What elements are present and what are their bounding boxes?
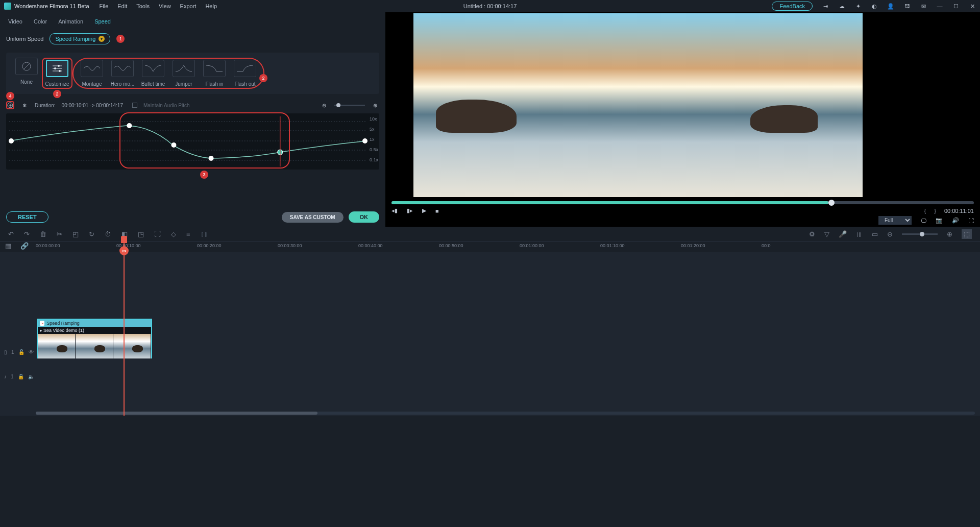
maximize-icon[interactable]: ☐ — [952, 3, 960, 10]
mic-icon[interactable]: 🎤 — [839, 230, 847, 238]
timeline-range-right[interactable]: } — [934, 208, 936, 214]
menu-edit[interactable]: Edit — [117, 3, 127, 9]
preview-time: 00:00:11:01 — [944, 208, 974, 214]
add-keyframe-button[interactable]: 4 — [6, 101, 14, 109]
audio-track-icon: ♪ — [4, 374, 7, 379]
tab-video[interactable]: Video — [8, 18, 22, 25]
expand-icon[interactable]: ⛶ — [154, 230, 161, 238]
ramp-badge-icon: ~ — [40, 321, 44, 326]
snapshot-icon[interactable]: 📷 — [936, 217, 943, 224]
snowflake-icon[interactable]: ❄ — [20, 101, 29, 109]
timeline-zoom-slider[interactable] — [902, 233, 938, 235]
cloud-icon[interactable]: ☁ — [838, 3, 845, 10]
sparkle-icon[interactable]: ✦ — [854, 3, 862, 10]
stop-icon[interactable]: ■ — [435, 208, 439, 214]
minimize-icon[interactable]: — — [936, 3, 943, 10]
graph-highlight-box — [119, 112, 290, 169]
subtab-ramping[interactable]: Speed Ramping ▾ — [50, 33, 110, 44]
preset-none[interactable]: None — [11, 58, 42, 89]
maintain-pitch-checkbox[interactable] — [132, 103, 137, 108]
gear-icon[interactable]: ⚙ — [809, 230, 815, 238]
export-icon[interactable]: ⇥ — [822, 3, 829, 10]
undo-icon[interactable]: ↶ — [8, 230, 14, 238]
timeline-scrollbar[interactable] — [36, 412, 975, 415]
preset-flashout[interactable]: Flash out — [230, 60, 260, 87]
tab-animation[interactable]: Animation — [58, 18, 83, 25]
tab-speed[interactable]: Speed — [94, 18, 111, 25]
prev-frame-icon[interactable]: ◂▮ — [391, 207, 398, 214]
user-icon[interactable]: 👤 — [887, 3, 894, 10]
save-icon[interactable]: 🖫 — [903, 3, 911, 10]
zoom-out-timeline-icon[interactable]: ⊖ — [887, 230, 893, 238]
preset-bullet[interactable]: Bullet time — [138, 60, 168, 87]
svg-point-16 — [9, 138, 14, 143]
menu-file[interactable]: File — [100, 3, 109, 9]
preset-jumper[interactable]: Jumper — [168, 60, 199, 87]
greenscreen-icon[interactable]: ◳ — [138, 230, 144, 238]
ruler-link-icon[interactable]: 🔗 — [20, 242, 29, 250]
preview-viewport[interactable] — [413, 13, 863, 197]
redo-icon[interactable]: ↷ — [24, 230, 30, 238]
audio-icon[interactable]: ⫿⫿ — [201, 230, 208, 238]
timeline-ruler[interactable]: ▦ 🔗 00:00:00:00 00:00:10:00 00:00:20:00 … — [0, 242, 980, 252]
keyframe-icon[interactable]: ◇ — [171, 230, 176, 238]
speed-graph[interactable]: 10x 5x 1x 0.5x 0.1x — [6, 113, 379, 170]
crop-icon[interactable]: ◰ — [72, 230, 79, 238]
cut-icon[interactable]: ✂ — [57, 230, 62, 238]
graph-zoom-slider[interactable] — [334, 105, 365, 106]
volume-icon[interactable]: 🔊 — [952, 217, 959, 224]
speed-icon[interactable]: ⏱ — [105, 230, 111, 238]
ok-button[interactable]: OK — [349, 211, 380, 223]
timeline-range-left[interactable]: { — [924, 208, 926, 214]
timeline-toolbar-right: ⚙ ▽ 🎤 ⫼ ▭ ⊖ ⊕ ⬚ — [809, 229, 972, 239]
menu-export[interactable]: Export — [180, 3, 197, 9]
menu-tools[interactable]: Tools — [136, 3, 150, 9]
tracks[interactable]: ✂ ▯1 🔓 👁 ~ Speed Ramping ▸ Sea Video dem… — [0, 252, 980, 416]
delete-icon[interactable]: 🗑 — [40, 230, 46, 238]
playhead-grip-icon[interactable]: ✂ — [119, 246, 129, 255]
next-frame-icon[interactable]: ▮▸ — [407, 207, 413, 214]
marker-icon[interactable]: ▽ — [824, 230, 829, 238]
menu-view[interactable]: View — [159, 3, 171, 9]
subtab-uniform[interactable]: Uniform Speed — [6, 36, 43, 42]
play-icon[interactable]: ▶ — [422, 207, 426, 214]
fullscreen-icon[interactable]: ⛶ — [968, 218, 974, 224]
zoom-out-icon[interactable]: ⊖ — [320, 101, 328, 109]
render-icon[interactable]: ▭ — [872, 230, 878, 238]
audio-track-num: 1 — [11, 374, 14, 379]
progress-thumb[interactable] — [828, 200, 835, 206]
eye-icon[interactable]: 👁 — [29, 349, 34, 355]
rotate-icon[interactable]: ↻ — [89, 230, 94, 238]
mixer-icon[interactable]: ⫼ — [856, 230, 863, 238]
hero-icon — [111, 60, 134, 77]
step-badge-3: 3 — [200, 171, 208, 179]
zoom-in-icon[interactable]: ⊕ — [371, 101, 379, 109]
display-icon[interactable]: 🖵 — [921, 218, 926, 224]
adjust-icon[interactable]: ≡ — [186, 230, 190, 238]
quality-select[interactable]: Full — [878, 216, 912, 225]
close-icon[interactable]: ✕ — [969, 3, 976, 10]
save-custom-button[interactable]: SAVE AS CUSTOM — [282, 212, 344, 223]
lock-icon[interactable]: 🔓 — [18, 349, 24, 355]
zoom-in-timeline-icon[interactable]: ⊕ — [947, 230, 952, 238]
timeline-clip[interactable]: ~ Speed Ramping ▸ Sea Video demo (1) — [37, 319, 152, 358]
preset-montage[interactable]: Montage — [77, 60, 107, 87]
subtab-ramping-label: Speed Ramping — [55, 36, 95, 42]
preview-progress[interactable] — [391, 201, 974, 204]
preset-customize[interactable]: Customize — [42, 58, 72, 89]
ruler-toggle-icon[interactable]: ▦ — [5, 242, 11, 250]
fit-icon[interactable]: ⬚ — [962, 229, 972, 239]
lock-audio-icon[interactable]: 🔓 — [18, 374, 24, 379]
mail-icon[interactable]: ✉ — [920, 3, 927, 10]
menu-help[interactable]: Help — [205, 3, 217, 9]
playhead[interactable]: ✂ — [124, 236, 125, 416]
play-small-icon: ▸ — [40, 328, 42, 333]
preset-hero[interactable]: Hero mo... — [107, 60, 138, 87]
headphones-icon[interactable]: ◐ — [871, 3, 878, 10]
preset-flashin[interactable]: Flash in — [199, 60, 230, 87]
mute-icon[interactable]: 🔈 — [28, 374, 34, 379]
feedback-button[interactable]: FeedBack — [772, 2, 813, 11]
svg-point-7 — [59, 70, 61, 72]
tab-color[interactable]: Color — [34, 18, 47, 25]
reset-button[interactable]: RESET — [6, 211, 48, 223]
